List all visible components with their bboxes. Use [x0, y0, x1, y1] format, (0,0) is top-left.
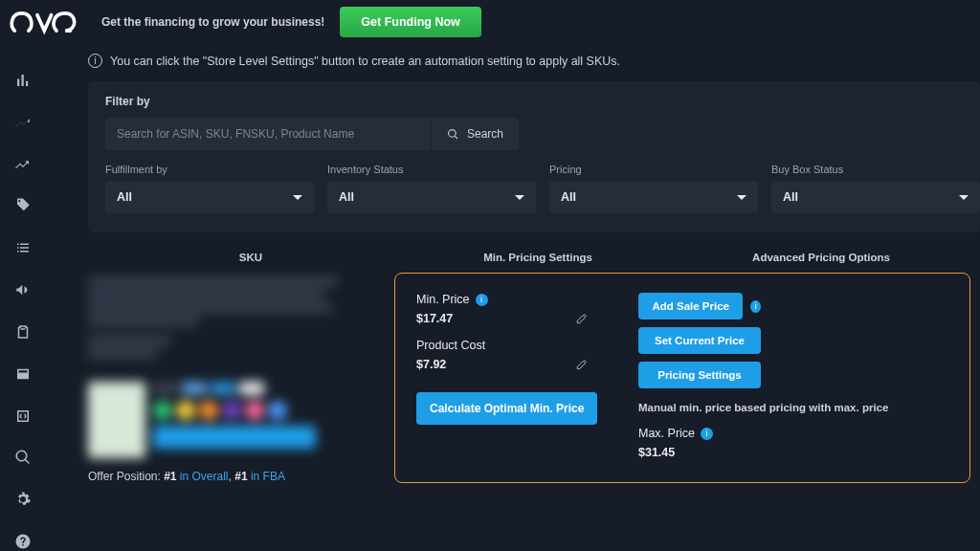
product-cost-value: $7.92 — [416, 358, 446, 371]
inventory-label: Inventory Status — [327, 164, 536, 175]
chevron-down-icon — [515, 195, 524, 200]
min-price-value: $17.47 — [416, 312, 453, 325]
list-icon[interactable] — [13, 238, 33, 257]
add-sale-price-button[interactable]: Add Sale Price — [638, 293, 743, 320]
calculate-optimal-button[interactable]: Calculate Optimal Min. Price — [416, 392, 597, 425]
sku-row: Offer Position: #1 in Overall, #1 in FBA… — [88, 273, 980, 483]
card-icon[interactable] — [13, 364, 33, 384]
edit-icon[interactable] — [575, 358, 589, 371]
pricing-settings-button[interactable]: Pricing Settings — [638, 362, 761, 388]
offer-position: Offer Position: #1 in Overall, #1 in FBA — [88, 470, 385, 483]
info-icon[interactable]: i — [750, 300, 761, 313]
set-current-price-button[interactable]: Set Current Price — [638, 327, 761, 354]
max-price-value: $31.45 — [638, 446, 948, 459]
filter-title: Filter by — [105, 95, 963, 108]
info-banner: i You can click the "Store Level Setting… — [88, 54, 980, 68]
fulfillment-label: Fulfillment by — [105, 164, 314, 175]
tag-icon[interactable] — [13, 196, 33, 215]
promo-text: Get the financing to grow your business! — [101, 15, 324, 29]
edit-icon[interactable] — [575, 312, 589, 325]
sparkle-trend-icon[interactable] — [13, 155, 33, 174]
search-input[interactable] — [105, 118, 431, 150]
info-text: You can click the "Store Level Settings"… — [110, 55, 620, 68]
info-icon[interactable]: i — [476, 294, 488, 306]
chart-bar-icon[interactable] — [13, 71, 33, 90]
buybox-select[interactable]: All — [771, 181, 980, 213]
chevron-down-icon — [959, 195, 969, 200]
buybox-label: Buy Box Status — [771, 164, 980, 175]
code-icon[interactable] — [13, 407, 33, 426]
search-icon[interactable] — [13, 448, 33, 467]
search-button[interactable]: Search — [432, 118, 519, 150]
megaphone-icon[interactable] — [13, 280, 33, 299]
filter-panel: Filter by Search Fulfillment by All Inve… — [88, 81, 980, 232]
chevron-down-icon — [737, 195, 746, 200]
gear-icon[interactable] — [13, 490, 33, 509]
clipboard-icon[interactable] — [13, 322, 33, 342]
pricing-panel: Min. Pricei $17.47 Product Cost $7.92 — [394, 273, 970, 483]
max-price-label: Max. Price — [638, 427, 695, 440]
col-sku: SKU — [88, 252, 413, 263]
logo[interactable] — [8, 5, 86, 39]
info-icon: i — [88, 54, 102, 68]
col-min-pricing: Min. Pricing Settings — [413, 252, 662, 263]
get-funding-button[interactable]: Get Funding Now — [340, 7, 480, 37]
sku-blurred-content — [88, 276, 366, 458]
info-icon[interactable]: i — [701, 428, 713, 440]
pricing-select[interactable]: All — [549, 181, 758, 213]
fulfillment-select[interactable]: All — [105, 181, 314, 213]
chevron-down-icon — [293, 195, 302, 200]
pricing-description: Manual min. price based pricing with max… — [638, 402, 948, 413]
inventory-select[interactable]: All — [327, 181, 536, 213]
pricing-label: Pricing — [549, 164, 758, 175]
search-button-label: Search — [467, 127, 503, 141]
trending-up-icon[interactable] — [13, 113, 33, 132]
product-cost-label: Product Cost — [416, 339, 485, 352]
sidebar — [0, 44, 46, 551]
col-advanced: Advanced Pricing Options — [662, 252, 980, 263]
table-header: SKU Min. Pricing Settings Advanced Prici… — [88, 252, 980, 263]
min-price-label: Min. Price — [416, 293, 470, 306]
help-icon[interactable] — [13, 532, 33, 551]
